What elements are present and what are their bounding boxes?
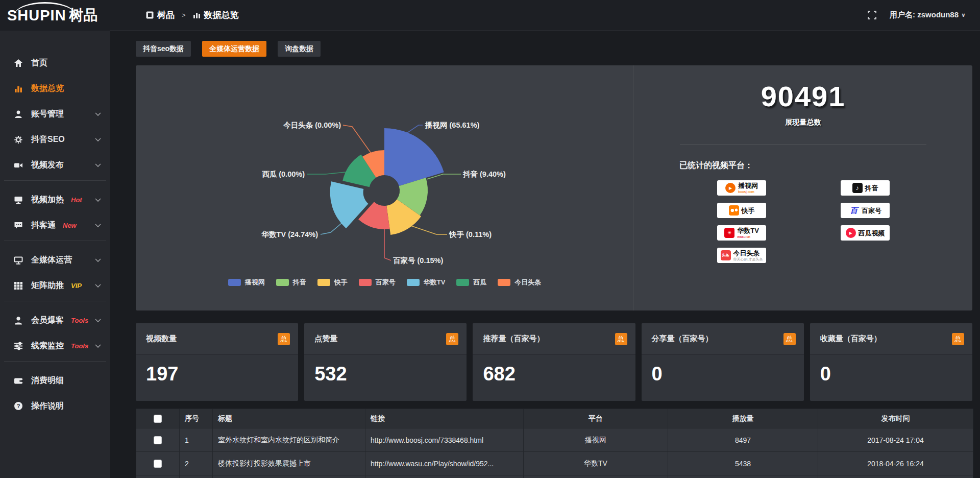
total-badge[interactable]: 总: [615, 333, 627, 345]
chevron-down-icon[interactable]: [95, 341, 101, 350]
pie-label-今日头条: 今日头条 (0.00%): [283, 121, 341, 129]
pie-label-百家号: 百家号 (0.15%): [393, 256, 443, 265]
legend-label: 播视网: [245, 278, 265, 287]
cell-title[interactable]: 室外水纹灯和室内水纹灯的区别和简介: [213, 428, 365, 452]
stat-card-label: 收藏量（百家号）: [820, 334, 881, 344]
sidebar-item-视频发布[interactable]: 视频发布: [0, 152, 110, 178]
pie-slice-播视网[interactable]: [384, 128, 444, 186]
total-badge[interactable]: 总: [446, 333, 458, 345]
legend-item-百家号[interactable]: 百家号: [359, 278, 396, 287]
legend-item-今日头条[interactable]: 今日头条: [498, 278, 541, 287]
platform-badge-name: 快手: [742, 207, 755, 214]
tab-抖音seo数据[interactable]: 抖音seo数据: [136, 41, 191, 57]
stat-card-点赞量: 点赞量总532: [304, 323, 467, 401]
sidebar-item-操作说明[interactable]: ?操作说明: [0, 393, 110, 419]
tab-全媒体运营数据[interactable]: 全媒体运营数据: [202, 41, 266, 57]
sidebar-item-会员爆客[interactable]: 会员爆客Tools: [0, 307, 110, 333]
chevron-down-icon[interactable]: [95, 195, 101, 204]
breadcrumb-home[interactable]: 树品: [157, 9, 175, 21]
logo-arc-decoration: [14, 2, 76, 15]
select-all-checkbox[interactable]: [154, 415, 162, 423]
user-icon: [14, 109, 24, 118]
username-label[interactable]: 用户名: zswodun88: [890, 10, 959, 20]
sidebar-item-label: 视频加热: [31, 195, 64, 205]
sidebar-item-抖客通[interactable]: 抖客通New: [0, 212, 110, 238]
fullscreen-icon[interactable]: [868, 11, 876, 19]
brand-logo[interactable]: SHUPIN 树品: [0, 0, 110, 31]
sidebar-item-数据总览[interactable]: 数据总览: [0, 76, 110, 101]
tab-询盘数据[interactable]: 询盘数据: [278, 41, 321, 57]
cell-link[interactable]: http://www.wasu.cn/Play/show/id/952...: [365, 452, 524, 475]
cell-time: 2018-04-26 16:24: [818, 452, 973, 475]
label-line-西瓜: [307, 172, 346, 174]
sidebar-item-视频加热[interactable]: 视频加热Hot: [0, 187, 110, 212]
legend-item-播视网[interactable]: 播视网: [228, 278, 265, 287]
sidebar-item-label: 数据总览: [31, 83, 64, 94]
stat-card-header: 收藏量（百家号）总: [810, 323, 972, 355]
publish-icon: [14, 160, 24, 170]
platform-badge-name: 西瓜视频: [859, 230, 885, 236]
cell-title[interactable]: [213, 475, 365, 478]
col-header-seq: 序号: [180, 409, 213, 428]
sidebar-divider: [4, 241, 106, 241]
chevron-down-icon[interactable]: ∨: [961, 12, 966, 18]
legend-item-快手[interactable]: 快手: [317, 278, 348, 287]
chevron-down-icon[interactable]: [95, 221, 101, 230]
sidebar-item-全媒体运营[interactable]: 全媒体运营: [0, 247, 110, 273]
total-badge[interactable]: 总: [952, 333, 964, 345]
stat-cards-row: 视频数量总197点赞量总532推荐量（百家号）总682分享量（百家号）总0收藏量…: [136, 323, 972, 401]
label-line-百家号: [384, 229, 391, 260]
xigua-logo-icon: ▶: [846, 228, 856, 238]
platform-badge-name: 华数TV: [737, 227, 759, 234]
sidebar-item-账号管理[interactable]: 账号管理: [0, 101, 110, 127]
cell-title[interactable]: 楼体投影灯投影效果震撼上市: [213, 452, 365, 475]
rose-pie-chart[interactable]: 播视网 (65.61%)抖音 (9.40%)快手 (0.11%)百家号 (0.1…: [136, 65, 633, 310]
stat-card-header: 点赞量总: [304, 323, 467, 355]
label-line-今日头条: [343, 125, 371, 153]
sidebar-item-矩阵助推[interactable]: 矩阵助推VIP: [0, 273, 110, 298]
legend-swatch: [317, 279, 330, 286]
chevron-down-icon[interactable]: [95, 255, 101, 265]
sidebar-item-线索监控[interactable]: 线索监控Tools: [0, 333, 110, 358]
platform-badge-播视网: ▶播视网boosj.com: [717, 180, 766, 196]
col-header-time: 发布时间: [818, 409, 973, 428]
platform-badge-今日头条: 头条今日头条你关心的,才是头条: [717, 248, 766, 263]
sidebar-item-label: 抖音SEO: [31, 134, 65, 145]
sidebar-item-label: 消费明细: [31, 375, 64, 386]
platform-badge-name: 播视网: [738, 182, 758, 189]
home-icon: [14, 58, 24, 67]
stat-card-header: 分享量（百家号）总: [642, 323, 804, 355]
chevron-down-icon[interactable]: [95, 160, 101, 170]
summary-divider: [680, 145, 926, 145]
legend-item-抖音[interactable]: 抖音: [276, 278, 306, 287]
sidebar-item-首页[interactable]: 首页: [0, 50, 110, 76]
cell-link[interactable]: http://www.boosj.com/7338468.html: [365, 428, 524, 452]
legend-item-华数TV[interactable]: 华数TV: [407, 278, 446, 287]
chevron-down-icon[interactable]: [95, 135, 101, 144]
sliders-icon: [14, 341, 24, 350]
legend-item-西瓜[interactable]: 西瓜: [456, 278, 486, 287]
row-checkbox[interactable]: [154, 436, 162, 444]
cell-link[interactable]: [365, 475, 524, 478]
cell-plays: 8497: [668, 428, 818, 452]
row-checkbox[interactable]: [154, 460, 162, 468]
chevron-down-icon[interactable]: [95, 316, 101, 325]
total-badge[interactable]: 总: [783, 333, 796, 345]
platform-badge-快手: 快手: [717, 203, 766, 218]
pie-label-华数TV: 华数TV (24.74%): [261, 230, 318, 238]
total-badge[interactable]: 总: [278, 333, 290, 345]
sidebar-item-抖音SEO[interactable]: 抖音SEO: [0, 127, 110, 152]
chevron-down-icon[interactable]: [95, 109, 101, 118]
col-header-title: 标题: [213, 409, 365, 428]
label-line-快手: [408, 225, 447, 234]
baijiahao-logo-icon: 百: [849, 205, 859, 216]
chevron-down-icon[interactable]: [95, 281, 101, 290]
sidebar-item-消费明细[interactable]: 消费明细: [0, 368, 110, 393]
platforms-label: 已统计的视频平台：: [679, 160, 972, 171]
breadcrumb-current: 数据总览: [204, 9, 239, 21]
stat-card-label: 分享量（百家号）: [652, 334, 713, 344]
sidebar-item-label: 操作说明: [31, 401, 64, 412]
legend-label: 华数TV: [424, 278, 446, 287]
platform-badge-抖音: ♪抖音: [841, 180, 890, 196]
label-line-播视网: [406, 125, 423, 134]
